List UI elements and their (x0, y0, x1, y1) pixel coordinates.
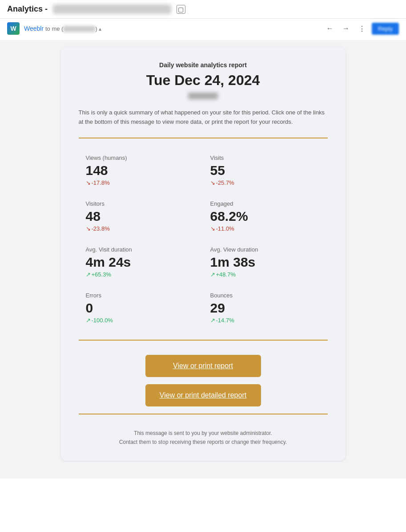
weeblr-logo: W (7, 22, 20, 35)
reply-button[interactable]: Reply (372, 23, 399, 35)
stat-errors-label: Errors (86, 292, 196, 299)
arrow-up-icon (210, 317, 215, 324)
arrow-down-icon (86, 225, 91, 232)
stat-bounces: Bounces 29 -14.7% (203, 287, 328, 333)
forward-icon[interactable]: → (340, 22, 352, 35)
footer-divider (79, 414, 328, 414)
add-label-icon[interactable]: ▢ (177, 5, 185, 14)
stat-avg-view: Avg. View duration 1m 38s +48.7% (203, 241, 328, 287)
arrow-up-icon (86, 271, 91, 278)
stat-errors-value: 0 (86, 301, 196, 315)
top-divider (79, 138, 328, 138)
subject-prefix: Analytics - (7, 4, 48, 14)
footer-line2: Contact them to stop receiving these rep… (79, 438, 328, 447)
email-actions: ← → ⋮ Reply (324, 22, 399, 35)
stat-views: Views (humans) 148 -17.8% (79, 149, 203, 195)
email-subject-bar: Analytics - Tue Dec 24, 2024 xxxxxx.com … (0, 0, 406, 19)
stat-avg-visit-label: Avg. Visit duration (86, 246, 196, 253)
more-options-icon[interactable]: ⋮ (356, 22, 368, 35)
stat-errors-change: -100.0% (86, 317, 196, 324)
arrow-down-icon (86, 179, 91, 186)
stats-grid: Views (humans) 148 -17.8% Visits 55 -25.… (79, 149, 328, 333)
arrow-up-icon (210, 271, 215, 278)
sender-details: Weeblr to me (xxxxxxxxxxxx) ▴ (24, 25, 101, 32)
sender-row: W Weeblr to me (xxxxxxxxxxxx) ▴ ← → ⋮ Re… (0, 19, 406, 40)
sender-info: W Weeblr to me (xxxxxxxxxxxx) ▴ (7, 22, 101, 35)
stat-avg-view-label: Avg. View duration (210, 246, 321, 253)
stat-visits-change: -25.7% (210, 179, 321, 186)
stat-visitors-label: Visitors (86, 200, 196, 207)
report-card: Daily website analytics report Tue Dec 2… (61, 47, 346, 461)
stat-visitors-change: -23.8% (86, 225, 196, 232)
stat-avg-visit: Avg. Visit duration 4m 24s +65.3% (79, 241, 203, 287)
report-date: Tue Dec 24, 2024 (79, 72, 328, 89)
report-site: xxxxxx.com (79, 92, 328, 99)
stat-avg-view-value: 1m 38s (210, 255, 321, 269)
stat-visits-value: 55 (210, 163, 321, 178)
stat-visits: Visits 55 -25.7% (203, 149, 328, 195)
view-detailed-report-button[interactable]: View or print detailed report (145, 384, 261, 406)
stat-views-value: 148 (86, 163, 196, 178)
stat-views-label: Views (humans) (86, 154, 196, 161)
stat-bounces-change: -14.7% (210, 317, 321, 324)
site-url-blur: xxxxxx.com (188, 93, 218, 99)
stat-visitors-value: 48 (86, 209, 196, 223)
footer-line1: This message is sent to you by your webs… (79, 429, 328, 438)
reply-icon[interactable]: ← (324, 22, 336, 35)
stat-engaged-value: 68.2% (210, 209, 321, 223)
email-client: Analytics - Tue Dec 24, 2024 xxxxxx.com … (0, 0, 406, 532)
stat-avg-visit-change: +65.3% (86, 271, 196, 278)
arrow-down-icon (210, 225, 215, 232)
stat-avg-visit-value: 4m 24s (86, 255, 196, 269)
subject-blur: Tue Dec 24, 2024 xxxxxx.com (53, 4, 171, 14)
stat-visitors: Visitors 48 -23.8% (79, 195, 203, 241)
stat-avg-view-change: +48.7% (210, 271, 321, 278)
sender-name: Weeblr (24, 25, 44, 32)
arrow-down-icon (210, 179, 215, 186)
bottom-divider (79, 340, 328, 341)
stat-errors: Errors 0 -100.0% (79, 287, 203, 333)
view-report-button[interactable]: View or print report (145, 355, 261, 377)
footer-text: This message is sent to you by your webs… (79, 429, 328, 447)
expand-arrow[interactable]: ▴ (99, 26, 101, 32)
report-title: Daily website analytics report (79, 61, 328, 69)
arrow-up-icon (86, 317, 91, 324)
sender-to: to me (xxxxxxxxxxxx) (45, 25, 99, 32)
stat-engaged: Engaged 68.2% -11.0% (203, 195, 328, 241)
stat-engaged-label: Engaged (210, 200, 321, 207)
stat-bounces-label: Bounces (210, 292, 321, 299)
stat-visits-label: Visits (210, 154, 321, 161)
report-intro: This is only a quick summary of what hap… (79, 108, 328, 127)
email-body: Daily website analytics report Tue Dec 2… (0, 40, 406, 479)
stat-engaged-change: -11.0% (210, 225, 321, 232)
stat-views-change: -17.8% (86, 179, 196, 186)
stat-bounces-value: 29 (210, 301, 321, 315)
